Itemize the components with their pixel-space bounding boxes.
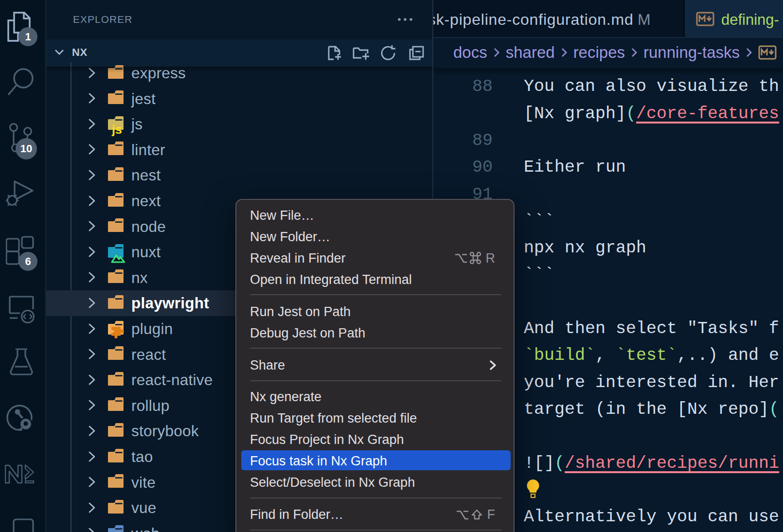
svg-text:js: js xyxy=(111,123,122,136)
